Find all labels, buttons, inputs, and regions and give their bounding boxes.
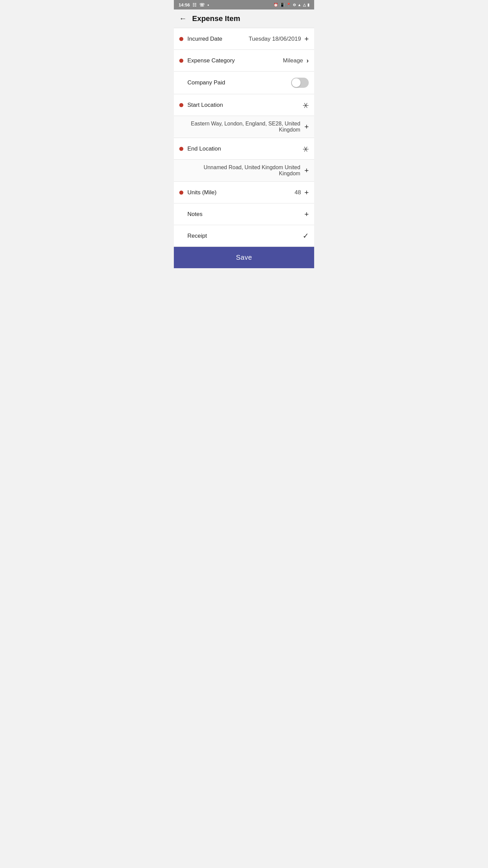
incurred-date-label: Incurred Date: [187, 36, 222, 42]
page-title: Expense Item: [192, 14, 240, 23]
start-location-dot: [179, 103, 183, 107]
units-dot: [179, 191, 183, 195]
units-add-icon[interactable]: +: [304, 188, 309, 197]
status-bar-left: 14:56 ☷ ☏ •: [179, 2, 209, 7]
expense-category-dot: [179, 59, 183, 63]
receipt-checkmark-icon[interactable]: ✓: [303, 232, 309, 240]
units-right: 48 +: [294, 188, 309, 197]
start-address-text: Eastern Way, London, England, SE28, Unit…: [187, 121, 300, 133]
expense-category-row[interactable]: Expense Category Mileage ›: [174, 50, 314, 72]
incurred-date-row[interactable]: Incurred Date Tuesday 18/06/2019 +: [174, 28, 314, 50]
expense-category-value: Mileage: [283, 57, 303, 64]
units-label: Units (Mile): [187, 189, 217, 196]
incurred-date-dot: [179, 37, 183, 41]
expense-category-chevron-icon[interactable]: ›: [306, 57, 309, 64]
end-location-label: End Location: [187, 145, 221, 152]
alarm-icon: ⏰: [273, 3, 278, 7]
receipt-left: Receipt: [179, 233, 207, 239]
header: ← Expense Item: [174, 9, 314, 28]
start-address-add-icon[interactable]: +: [304, 122, 309, 131]
receipt-label: Receipt: [187, 233, 207, 239]
start-location-right: ⚹: [303, 101, 309, 110]
expense-category-label: Expense Category: [187, 57, 235, 64]
vibrate-icon: 📳: [280, 3, 285, 7]
status-bar-right: ⏰ 📳 📍 ⊖ ▲ △ ▮: [273, 3, 309, 7]
start-location-left: Start Location: [179, 102, 223, 108]
location-pin-icon: 📍: [286, 3, 291, 7]
company-paid-right: [291, 78, 309, 88]
expense-category-right: Mileage ›: [283, 57, 309, 64]
notes-right: +: [304, 210, 309, 219]
end-location-left: End Location: [179, 145, 221, 152]
time-display: 14:56: [179, 2, 190, 7]
end-address-row[interactable]: Unnamed Road, United Kingdom United King…: [174, 160, 314, 182]
receipt-row[interactable]: Receipt ✓: [174, 225, 314, 247]
start-location-row[interactable]: Start Location ⚹: [174, 94, 314, 116]
incurred-date-value: Tuesday 18/06/2019: [249, 36, 301, 42]
incurred-date-right: Tuesday 18/06/2019 +: [249, 35, 309, 43]
end-address-add-icon[interactable]: +: [304, 166, 309, 175]
back-button[interactable]: ←: [179, 14, 187, 23]
notes-row[interactable]: Notes +: [174, 203, 314, 225]
whatsapp-icon: ☏: [199, 2, 205, 7]
notes-add-icon[interactable]: +: [304, 210, 309, 219]
save-button[interactable]: Save: [174, 247, 314, 268]
incurred-date-left: Incurred Date: [179, 36, 222, 42]
notes-left: Notes: [179, 211, 202, 218]
end-location-row[interactable]: End Location ⚹: [174, 138, 314, 160]
toggle-knob: [292, 78, 301, 87]
message-icon: ☷: [192, 2, 197, 7]
end-location-right: ⚹: [303, 144, 309, 153]
company-paid-row[interactable]: Company Paid: [174, 72, 314, 94]
end-location-pin-icon[interactable]: ⚹: [303, 144, 309, 153]
incurred-date-add-icon[interactable]: +: [304, 35, 309, 43]
units-left: Units (Mile): [179, 189, 217, 196]
status-bar: 14:56 ☷ ☏ • ⏰ 📳 📍 ⊖ ▲ △ ▮: [174, 0, 314, 9]
units-row[interactable]: Units (Mile) 48 +: [174, 182, 314, 203]
battery-icon: ▮: [307, 3, 309, 7]
signal-icon: △: [303, 3, 306, 7]
notification-dot: •: [207, 2, 209, 7]
company-paid-toggle[interactable]: [291, 78, 309, 88]
end-address-text: Unnamed Road, United Kingdom United King…: [187, 164, 300, 177]
start-location-pin-icon[interactable]: ⚹: [303, 101, 309, 110]
end-location-dot: [179, 147, 183, 151]
expense-category-left: Expense Category: [179, 57, 235, 64]
dnd-icon: ⊖: [293, 3, 296, 7]
start-address-row[interactable]: Eastern Way, London, England, SE28, Unit…: [174, 116, 314, 138]
notes-label: Notes: [187, 211, 202, 218]
start-location-label: Start Location: [187, 102, 223, 108]
company-paid-label: Company Paid: [187, 79, 225, 86]
receipt-right: ✓: [303, 232, 309, 240]
units-value: 48: [294, 189, 301, 196]
wifi-icon: ▲: [298, 3, 301, 7]
form-container: Incurred Date Tuesday 18/06/2019 + Expen…: [174, 28, 314, 247]
company-paid-left: Company Paid: [179, 79, 225, 86]
